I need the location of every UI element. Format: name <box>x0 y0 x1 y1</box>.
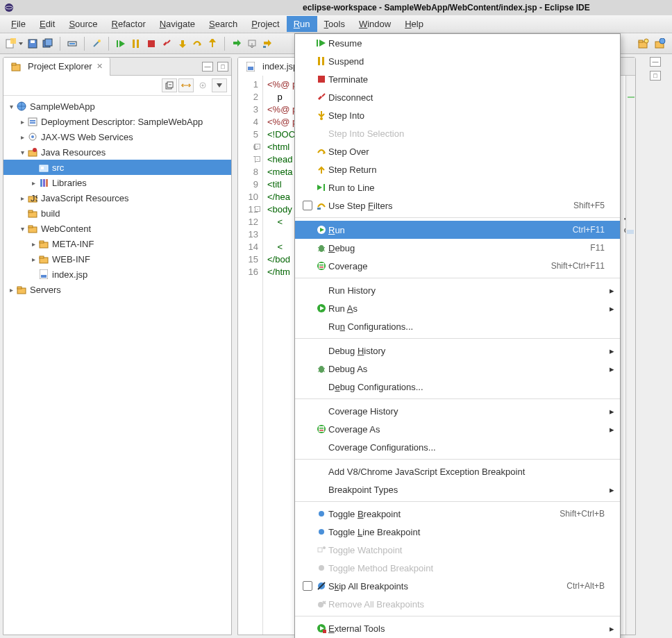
menu-refactor[interactable]: Refactor <box>105 16 153 32</box>
wand-icon[interactable] <box>90 37 103 50</box>
stepover-icon[interactable] <box>191 37 203 50</box>
menu-item-debug[interactable]: DebugF11 <box>295 239 620 257</box>
menu-item-run-as[interactable]: Run As▸ <box>295 299 620 317</box>
menu-edit[interactable]: Edit <box>33 16 62 32</box>
minimize-icon[interactable]: — <box>202 62 213 72</box>
menu-item-toggle-line-breakpoint[interactable]: Toggle Line Breakpoint <box>295 523 620 541</box>
tree-twisty[interactable]: ▾ <box>6 103 16 110</box>
menu-item-debug-history[interactable]: Debug History▸ <box>295 342 620 360</box>
tree-item-index-jsp[interactable]: index.jsp <box>3 267 231 282</box>
menu-project[interactable]: Project <box>244 16 286 32</box>
tree-twisty[interactable]: ▸ <box>17 118 27 126</box>
terminate-icon[interactable] <box>145 37 158 50</box>
resume-icon[interactable] <box>115 37 127 50</box>
stepinto-icon[interactable] <box>176 37 188 50</box>
collapse-all-icon[interactable] <box>162 78 177 92</box>
open-perspective-icon[interactable] <box>637 37 650 50</box>
submenu-arrow-icon: ▸ <box>605 303 614 314</box>
jee-perspective-icon[interactable] <box>654 37 666 50</box>
menu-item-debug-configurations[interactable]: Debug Configurations... <box>295 378 620 396</box>
new-icon[interactable] <box>4 37 17 50</box>
tree-item-javascript-resources[interactable]: ▸JSJavaScript Resources <box>3 190 231 205</box>
tree-twisty[interactable]: ▸ <box>28 255 38 263</box>
tree-twisty[interactable]: ▾ <box>17 225 27 233</box>
menu-item-step-into[interactable]: Step Into <box>295 106 620 124</box>
menu-item-toggle-breakpoint[interactable]: Toggle BreakpointShift+Ctrl+B <box>295 505 620 523</box>
menu-item-use-step-filters[interactable]: Use Step FiltersShift+F5 <box>295 196 620 215</box>
menu-item-coverage-configurations[interactable]: Coverage Configurations... <box>295 438 620 456</box>
menu-item-toggle-method-breakpoint: Toggle Method Breakpoint <box>295 559 620 577</box>
menu-item-resume[interactable]: Resume <box>295 34 620 52</box>
menu-item-coverage[interactable]: CoverageShift+Ctrl+F11 <box>295 257 620 275</box>
menu-item-run[interactable]: RunCtrl+F11 <box>295 221 620 239</box>
menu-run[interactable]: Run <box>287 16 317 32</box>
scrollbar[interactable] <box>625 76 635 635</box>
tree-item-src[interactable]: src <box>3 160 231 175</box>
tree-item-libraries[interactable]: ▸Libraries <box>3 175 231 190</box>
menu-navigate[interactable]: Navigate <box>153 16 202 32</box>
view-menu-icon[interactable] <box>212 78 227 92</box>
tree-item-meta-inf[interactable]: ▸META-INF <box>3 236 231 251</box>
menu-item-coverage-history[interactable]: Coverage History▸ <box>295 402 620 420</box>
tree-twisty[interactable]: ▸ <box>6 286 16 294</box>
dropframe-icon[interactable] <box>246 37 258 50</box>
suspend-icon[interactable] <box>130 37 142 50</box>
toggle-breadcrumb-icon[interactable] <box>66 37 78 50</box>
svg-rect-17 <box>263 46 266 48</box>
menu-item-add-v8-chrome-javascript-exception-breakpoint[interactable]: Add V8/Chrome JavaScript Exception Break… <box>295 462 620 480</box>
tree-item-webcontent[interactable]: ▾WebContent <box>3 221 231 236</box>
menu-item-external-tools[interactable]: External Tools▸ <box>295 619 620 637</box>
menu-tools[interactable]: Tools <box>317 16 352 32</box>
tree-twisty[interactable]: ▸ <box>28 179 38 187</box>
menu-item-run-configurations[interactable]: Run Configurations... <box>295 317 620 335</box>
menu-item-breakpoint-types[interactable]: Breakpoint Types▸ <box>295 480 620 498</box>
menu-item-skip-all-breakpoints[interactable]: Skip All BreakpointsCtrl+Alt+B <box>295 577 620 595</box>
menu-item-coverage-as[interactable]: Coverage As▸ <box>295 420 620 438</box>
runtoline-icon[interactable] <box>230 37 243 50</box>
menu-file[interactable]: File <box>4 16 33 32</box>
menu-search[interactable]: Search <box>202 16 244 32</box>
tree-item-build[interactable]: build <box>3 205 231 221</box>
menu-item-run-history[interactable]: Run History▸ <box>295 281 620 299</box>
tree-twisty[interactable]: ▸ <box>28 240 38 248</box>
stepfilter-icon[interactable] <box>261 37 274 50</box>
window-title: eclipse-workspace - SampleWebApp/WebCont… <box>18 3 590 12</box>
close-icon[interactable]: ✕ <box>96 62 103 71</box>
tree-item-java-resources[interactable]: ▾Java Resources <box>3 144 231 160</box>
resume-icon <box>314 39 328 47</box>
maximize-icon[interactable]: □ <box>650 71 661 81</box>
save-icon[interactable] <box>26 37 39 50</box>
menu-help[interactable]: Help <box>398 16 430 32</box>
stepreturn-icon[interactable] <box>206 37 219 50</box>
maximize-icon[interactable]: □ <box>217 62 228 72</box>
menu-window[interactable]: Window <box>352 16 398 32</box>
tree-item-samplewebapp[interactable]: ▾SampleWebApp <box>3 99 231 114</box>
tree-twisty[interactable]: ▾ <box>17 149 27 156</box>
menu-source[interactable]: Source <box>62 16 104 32</box>
menu-item-debug-as[interactable]: Debug As▸ <box>295 360 620 378</box>
tree-item-label: build <box>41 208 60 219</box>
editor-gutter[interactable]: 123456-7-891011-1213141516 <box>238 76 263 635</box>
focus-task-icon[interactable] <box>195 78 210 92</box>
tree-item-web-inf[interactable]: ▸WEB-INF <box>3 251 231 267</box>
tree-item-jax-ws-web-services[interactable]: ▸JAX-WS Web Services <box>3 129 231 144</box>
menu-item-suspend[interactable]: Suspend <box>295 52 620 70</box>
menu-item-terminate[interactable]: Terminate <box>295 70 620 88</box>
dropdown-icon[interactable] <box>18 42 24 45</box>
saveall-icon[interactable] <box>42 37 54 50</box>
tree-item-deployment-descriptor-samplewebapp[interactable]: ▸Deployment Descriptor: SampleWebApp <box>3 114 231 129</box>
disconnect-icon[interactable] <box>160 37 173 50</box>
project-explorer-toolbar <box>3 76 231 96</box>
project-tree[interactable]: ▾SampleWebApp▸Deployment Descriptor: Sam… <box>3 96 231 635</box>
submenu-arrow-icon: ▸ <box>605 364 614 374</box>
link-editor-icon[interactable] <box>178 78 194 92</box>
tree-twisty[interactable]: ▸ <box>17 194 27 202</box>
minimize-icon[interactable]: — <box>650 57 661 67</box>
project-explorer-tab[interactable]: Project Explorer ✕ <box>3 58 110 76</box>
menu-item-step-over[interactable]: Step Over <box>295 142 620 160</box>
menu-item-step-return[interactable]: Step Return <box>295 160 620 178</box>
menu-item-disconnect[interactable]: Disconnect <box>295 88 620 106</box>
menu-item-run-to-line[interactable]: Run to Line <box>295 178 620 196</box>
tree-item-servers[interactable]: ▸Servers <box>3 282 231 297</box>
tree-twisty[interactable]: ▸ <box>17 133 27 141</box>
